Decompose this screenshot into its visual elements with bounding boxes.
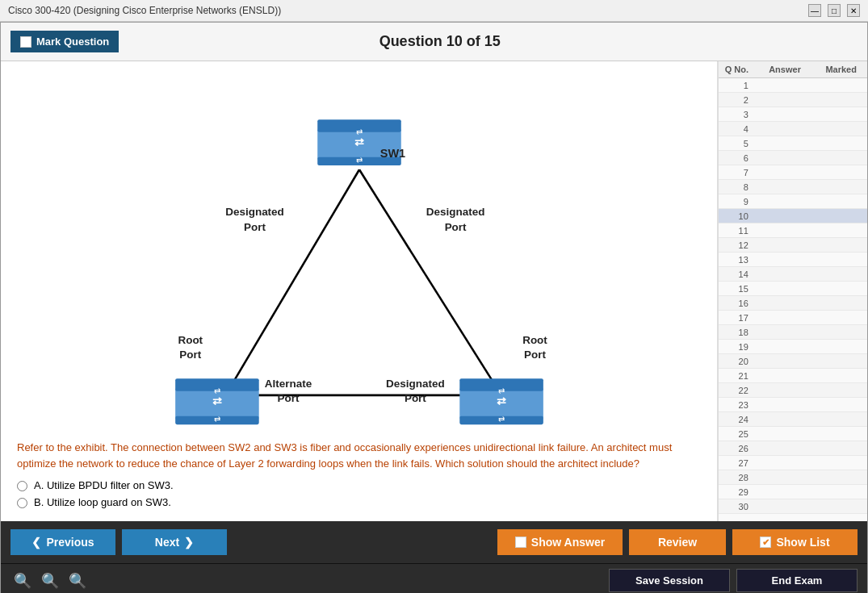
show-answer-label: Show Answer <box>531 536 605 549</box>
qlist-row-number: 13 <box>719 255 755 265</box>
svg-text:Port: Port <box>524 349 546 361</box>
qlist-row[interactable]: 27 <box>719 456 867 470</box>
qlist-row[interactable]: 25 <box>719 427 867 441</box>
qlist-row[interactable]: 19 <box>719 340 867 354</box>
qlist-row[interactable]: 16 <box>719 296 867 311</box>
zoom-reset-button[interactable]: 🔍 <box>38 570 62 591</box>
window-controls: — □ ✕ <box>808 4 860 17</box>
svg-text:⇄: ⇄ <box>498 415 505 424</box>
svg-text:⇄: ⇄ <box>356 127 363 136</box>
qlist-row[interactable]: 10 <box>719 209 867 223</box>
qlist-row[interactable]: 7 <box>719 165 867 180</box>
qlist-row-number: 9 <box>719 197 755 207</box>
svg-text:SW3: SW3 <box>489 427 514 429</box>
svg-text:⇄: ⇄ <box>498 386 505 395</box>
col-qno-header: Q No. <box>719 65 755 74</box>
svg-text:SW1: SW1 <box>379 147 405 160</box>
svg-text:Port: Port <box>179 349 201 361</box>
qlist-row[interactable]: 26 <box>719 441 867 456</box>
qlist-row[interactable]: 2 <box>719 93 867 107</box>
restore-button[interactable]: □ <box>828 4 841 17</box>
chevron-right-icon <box>184 536 194 549</box>
bottom-actions: 🔍 🔍 🔍 Save Session End Exam <box>1 563 867 593</box>
qlist-row-number: 27 <box>719 458 755 468</box>
show-list-button[interactable]: ✔ Show List <box>732 529 858 555</box>
show-list-checkbox-icon: ✔ <box>760 537 771 548</box>
qlist-row[interactable]: 12 <box>719 238 867 253</box>
qlist-row-number: 15 <box>719 284 755 294</box>
show-answer-button[interactable]: ▪ Show Answer <box>497 529 623 555</box>
qlist-row[interactable]: 4 <box>719 122 867 136</box>
review-button[interactable]: Review <box>629 529 726 555</box>
save-session-button[interactable]: Save Session <box>609 569 730 592</box>
svg-text:Port: Port <box>277 392 299 404</box>
review-label: Review <box>658 536 697 549</box>
close-button[interactable]: ✕ <box>847 4 860 17</box>
qlist-row[interactable]: 28 <box>719 470 867 485</box>
qlist-row-number: 12 <box>719 240 755 250</box>
qlist-row-number: 8 <box>719 182 755 192</box>
qlist-row[interactable]: 1 <box>719 78 867 93</box>
question-text: Refer to the exhibit. The connection bet… <box>17 440 701 471</box>
main-window: ✔ Mark Question Question 10 of 15 <box>0 22 868 593</box>
question-title: Question 10 of 15 <box>379 33 501 50</box>
qlist-row[interactable]: 22 <box>719 383 867 398</box>
qlist-row[interactable]: 3 <box>719 107 867 122</box>
header-bar: ✔ Mark Question Question 10 of 15 <box>1 23 867 61</box>
bottom-toolbar: Previous Next ▪ Show Answer Review ✔ Sho… <box>1 521 867 563</box>
radio-option-a[interactable] <box>17 481 27 491</box>
mark-question-button[interactable]: ✔ Mark Question <box>10 31 119 52</box>
qlist-row-number: 6 <box>719 153 755 163</box>
qlist-row[interactable]: 29 <box>719 485 867 499</box>
zoom-controls: 🔍 🔍 🔍 <box>10 570 90 591</box>
option-b-label: B. Utilize loop guard on SW3. <box>34 496 171 508</box>
answer-option-b[interactable]: B. Utilize loop guard on SW3. <box>17 496 701 508</box>
zoom-in-button[interactable]: 🔍 <box>10 570 35 591</box>
end-exam-button[interactable]: End Exam <box>736 569 858 592</box>
svg-text:Designated: Designated <box>225 206 284 218</box>
svg-line-0 <box>225 169 359 395</box>
qlist-row[interactable]: 21 <box>719 369 867 383</box>
radio-option-b[interactable] <box>17 498 27 508</box>
mark-question-label: Mark Question <box>36 35 109 48</box>
qlist-row[interactable]: 20 <box>719 354 867 369</box>
next-label: Next <box>155 536 179 549</box>
svg-text:⇄: ⇄ <box>354 136 364 148</box>
minimize-button[interactable]: — <box>808 4 821 17</box>
qlist-row[interactable]: 11 <box>719 223 867 238</box>
answer-option-a[interactable]: A. Utilize BPDU filter on SW3. <box>17 479 701 491</box>
qlist-row[interactable]: 17 <box>719 311 867 325</box>
qlist-row[interactable]: 6 <box>719 151 867 165</box>
svg-text:⇄: ⇄ <box>212 395 221 407</box>
qlist-row[interactable]: 14 <box>719 267 867 282</box>
qlist-row[interactable]: 8 <box>719 180 867 194</box>
qlist-row[interactable]: 30 <box>719 499 867 514</box>
next-button[interactable]: Next <box>122 529 227 555</box>
qlist-row-number: 4 <box>719 124 755 134</box>
qlist-row-number: 10 <box>719 211 755 221</box>
action-right-buttons: Save Session End Exam <box>609 569 858 592</box>
svg-line-1 <box>359 169 501 395</box>
previous-button[interactable]: Previous <box>10 529 115 555</box>
zoom-out-button[interactable]: 🔍 <box>65 570 90 591</box>
previous-label: Previous <box>46 536 94 549</box>
qlist-row[interactable]: 18 <box>719 325 867 340</box>
svg-text:⇄: ⇄ <box>213 415 220 424</box>
qlist-row[interactable]: 24 <box>719 412 867 427</box>
end-exam-label: End Exam <box>772 574 823 587</box>
question-list-panel: Q No. Answer Marked 1 2 3 <box>718 61 867 521</box>
qlist-row-number: 17 <box>719 313 755 323</box>
qlist-row[interactable]: 9 <box>719 194 867 209</box>
qlist-row[interactable]: 23 <box>719 398 867 412</box>
option-a-label: A. Utilize BPDU filter on SW3. <box>34 479 174 491</box>
qlist-row[interactable]: 13 <box>719 253 867 267</box>
qlist-row[interactable]: 15 <box>719 282 867 296</box>
qlist-row[interactable]: 5 <box>719 136 867 151</box>
qlist-row-number: 30 <box>719 502 755 512</box>
qlist-row-number: 5 <box>719 139 755 148</box>
svg-text:Designated: Designated <box>426 206 484 218</box>
qlist-header: Q No. Answer Marked <box>719 61 867 78</box>
svg-text:⇄: ⇄ <box>356 156 363 165</box>
qlist-row-number: 23 <box>719 400 755 410</box>
qlist-row-number: 25 <box>719 429 755 439</box>
